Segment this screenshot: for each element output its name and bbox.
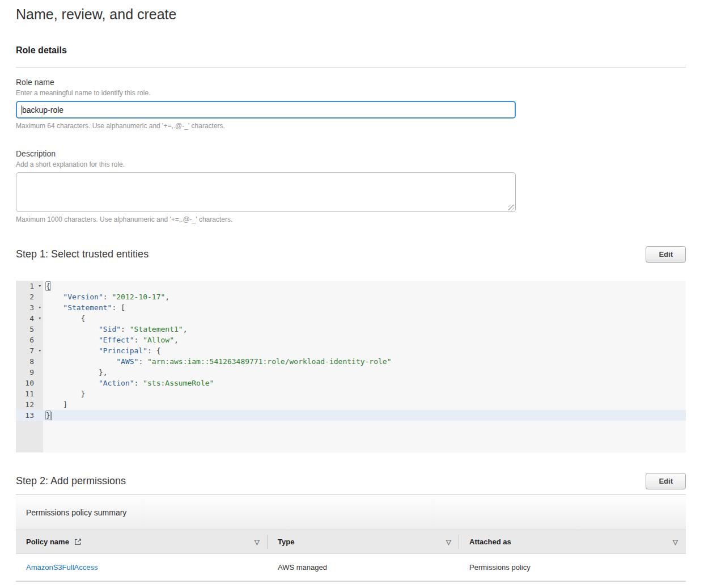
- table-cell: AWS managed: [268, 554, 459, 581]
- role-details-heading: Role details: [16, 45, 686, 56]
- editor-line[interactable]: 12 ]: [16, 399, 686, 410]
- editor-line[interactable]: 2 "Version": "2012-10-17",: [16, 291, 686, 302]
- line-number: 10: [16, 378, 43, 388]
- code-text: "Action": "sts:AssumeRole": [43, 378, 686, 388]
- step2-divider: [16, 494, 686, 495]
- fold-toggle-icon[interactable]: ▾: [39, 313, 41, 324]
- role-name-hint: Maximum 64 characters. Use alphanumeric …: [16, 122, 686, 130]
- code-text: {: [43, 313, 686, 324]
- role-name-help: Enter a meaningful name to identify this…: [16, 89, 686, 97]
- editor-line[interactable]: 6 "Effect": "Allow",: [16, 335, 686, 345]
- line-number: 9: [16, 367, 43, 378]
- table-cell: Permissions policy: [459, 554, 686, 581]
- page-title: Name, review, and create: [16, 0, 686, 23]
- code-text: }: [43, 410, 686, 421]
- code-lines: 1▾{2 "Version": "2012-10-17",3▾ "Stateme…: [16, 281, 686, 421]
- line-number: 13: [16, 410, 43, 421]
- description-help: Add a short explanation for this role.: [16, 160, 686, 168]
- description-textarea[interactable]: [16, 172, 516, 212]
- editor-line[interactable]: 7▾ "Principal": {: [16, 345, 686, 356]
- line-number: 4▾: [16, 313, 43, 324]
- role-name-field-wrap: [16, 101, 516, 119]
- editor-line[interactable]: 10 "Action": "sts:AssumeRole": [16, 378, 686, 388]
- section-divider: [16, 67, 686, 67]
- role-name-input[interactable]: [16, 101, 516, 119]
- editor-line[interactable]: 9 },: [16, 367, 686, 378]
- page: Name, review, and create Role details Ro…: [0, 0, 704, 582]
- editor-line[interactable]: 11 }: [16, 388, 686, 399]
- table-body: AmazonS3FullAccessAWS managedPermissions…: [16, 554, 686, 582]
- editor-caret: [52, 412, 52, 420]
- step1-header-row: Step 1: Select trusted entities Edit: [16, 246, 686, 263]
- table-cell: AmazonS3FullAccess: [16, 554, 268, 581]
- fold-toggle-icon[interactable]: ▾: [39, 345, 41, 356]
- line-number: 2: [16, 291, 43, 302]
- line-number: 12: [16, 399, 43, 410]
- policy-name-link[interactable]: AmazonS3FullAccess: [26, 563, 97, 572]
- column-header-label: Policy name: [26, 538, 82, 546]
- step2-header-row: Step 2: Add permissions Edit: [16, 473, 686, 489]
- line-number: 11: [16, 388, 43, 399]
- description-field-wrap: [16, 172, 516, 212]
- table-header-row: Policy name▽Type▽Attached as▽: [16, 530, 686, 554]
- table-row: AmazonS3FullAccessAWS managedPermissions…: [16, 554, 686, 582]
- editor-line[interactable]: 4▾ {: [16, 313, 686, 324]
- code-text: "Effect": "Allow",: [43, 335, 686, 345]
- code-text: {: [43, 281, 686, 291]
- code-text: },: [43, 367, 686, 378]
- column-header-label: Attached as: [469, 538, 511, 546]
- column-header-type: Type▽: [268, 530, 459, 553]
- line-number: 6: [16, 335, 43, 345]
- editor-line[interactable]: 13}: [16, 410, 686, 421]
- sort-filter-icon[interactable]: ▽: [446, 538, 451, 546]
- code-text: "Statement": [: [43, 302, 686, 313]
- external-link-icon: [74, 538, 82, 545]
- edit-trusted-entities-button[interactable]: Edit: [646, 246, 686, 263]
- permissions-panel-header: Permissions policy summary: [16, 496, 686, 530]
- text-caret: [22, 105, 22, 115]
- description-hint: Maximum 1000 characters. Use alphanumeri…: [16, 215, 686, 223]
- editor-line[interactable]: 1▾{: [16, 281, 686, 291]
- column-header-policy-name: Policy name▽: [16, 530, 268, 553]
- permissions-table: Policy name▽Type▽Attached as▽ AmazonS3Fu…: [16, 530, 686, 582]
- permissions-panel-title: Permissions policy summary: [26, 508, 126, 517]
- line-number: 1▾: [16, 281, 43, 291]
- fold-toggle-icon[interactable]: ▾: [39, 302, 41, 313]
- edit-permissions-button[interactable]: Edit: [646, 473, 686, 489]
- line-number: 3▾: [16, 302, 43, 313]
- line-number: 5: [16, 324, 43, 335]
- sort-filter-icon[interactable]: ▽: [673, 538, 678, 546]
- fold-toggle-icon[interactable]: ▾: [39, 281, 41, 291]
- code-text: "Principal": {: [43, 345, 686, 356]
- column-header-label: Type: [278, 538, 294, 546]
- column-header-attached-as: Attached as▽: [459, 530, 686, 553]
- editor-line[interactable]: 5 "Sid": "Statement1",: [16, 324, 686, 335]
- code-text: "Version": "2012-10-17",: [43, 291, 686, 302]
- editor-line[interactable]: 3▾ "Statement": [: [16, 302, 686, 313]
- description-label: Description: [16, 149, 686, 158]
- code-text: "AWS": "arn:aws:iam::541263489771:role/w…: [43, 356, 686, 367]
- line-number: 8: [16, 356, 43, 367]
- trust-policy-code-editor[interactable]: 1▾{2 "Version": "2012-10-17",3▾ "Stateme…: [16, 281, 686, 452]
- role-name-label: Role name: [16, 78, 686, 87]
- code-text: "Sid": "Statement1",: [43, 324, 686, 335]
- sort-filter-icon[interactable]: ▽: [255, 538, 260, 546]
- code-text: ]: [43, 399, 686, 410]
- resize-handle-icon[interactable]: [508, 205, 514, 210]
- editor-line[interactable]: 8 "AWS": "arn:aws:iam::541263489771:role…: [16, 356, 686, 367]
- code-text: }: [43, 388, 686, 399]
- step2-heading: Step 2: Add permissions: [16, 475, 126, 487]
- line-number: 7▾: [16, 345, 43, 356]
- step1-heading: Step 1: Select trusted entities: [16, 248, 149, 260]
